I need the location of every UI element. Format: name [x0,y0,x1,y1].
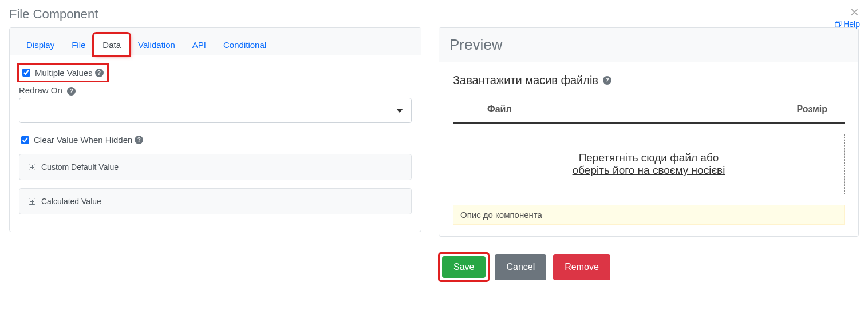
component-description: Опис до компонента [453,205,845,225]
clear-value-hidden-label: Clear Value When Hidden [34,135,132,145]
modal-body: Display File Data Validation API Conditi… [0,22,868,280]
preview-body: Завантажити масив файлів ? Файл Розмір П… [439,62,858,236]
file-component-modal: File Component × Help Display File Data … [0,0,868,334]
custom-default-value-panel[interactable]: Custom Default Value [19,154,412,180]
tab-file[interactable]: File [63,34,94,55]
custom-default-label: Custom Default Value [41,162,119,172]
svg-rect-1 [835,23,840,27]
remove-button[interactable]: Remove [553,254,610,280]
close-icon[interactable]: × [850,5,859,19]
tab-display[interactable]: Display [18,34,63,55]
browse-link[interactable]: оберіть його на своєму носієві [573,164,725,176]
file-table-col-size: Розмір [669,98,845,123]
expand-icon [29,198,35,205]
modal-title: File Component [9,7,859,22]
modal-footer: Save Cancel Remove [439,254,859,280]
multiple-values-checkbox[interactable] [22,69,30,77]
help-link[interactable]: Help [834,19,860,29]
help-link-label: Help [843,19,860,29]
expand-icon [29,164,35,170]
settings-card: Display File Data Validation API Conditi… [9,27,421,232]
preview-field-label-text: Завантажити масив файлів [453,74,598,87]
dropzone-text: Перетягніть сюди файл або [579,152,719,164]
preview-title: Preview [449,36,848,54]
preview-card: Preview Завантажити масив файлів ? Файл … [439,27,859,237]
preview-column: Preview Завантажити масив файлів ? Файл … [439,27,859,280]
file-table-col-file: Файл [453,98,669,123]
clear-value-hidden-checkbox[interactable] [21,136,29,144]
help-icon[interactable]: ? [603,76,611,85]
modal-header: File Component × Help [0,0,868,22]
cancel-button[interactable]: Cancel [495,254,546,280]
save-button[interactable]: Save [442,256,486,278]
file-table: Файл Розмір [453,98,845,124]
preview-header: Preview [439,28,858,62]
redraw-on-select[interactable] [19,98,412,123]
settings-column: Display File Data Validation API Conditi… [9,27,421,280]
tab-api[interactable]: API [184,34,215,55]
help-icon[interactable]: ? [135,136,143,144]
help-icon[interactable]: ? [67,87,76,96]
preview-field-label: Завантажити масив файлів ? [453,74,845,87]
file-dropzone[interactable]: Перетягніть сюди файл або оберіть його н… [453,134,845,194]
tab-conditional[interactable]: Conditional [215,34,275,55]
tab-data[interactable]: Data [94,34,129,55]
redraw-on-text: Redraw On [19,85,62,95]
help-restore-icon [834,20,842,28]
calculated-value-label: Calculated Value [41,197,101,206]
calculated-value-panel[interactable]: Calculated Value [19,188,412,214]
tabs: Display File Data Validation API Conditi… [10,28,421,55]
redraw-on-label: Redraw On ? [19,85,412,96]
tab-content-data: Multiple Values ? Redraw On ? Clear Valu… [10,55,421,232]
multiple-values-label: Multiple Values [35,68,93,78]
help-icon[interactable]: ? [95,69,104,77]
tab-validation[interactable]: Validation [129,34,184,55]
